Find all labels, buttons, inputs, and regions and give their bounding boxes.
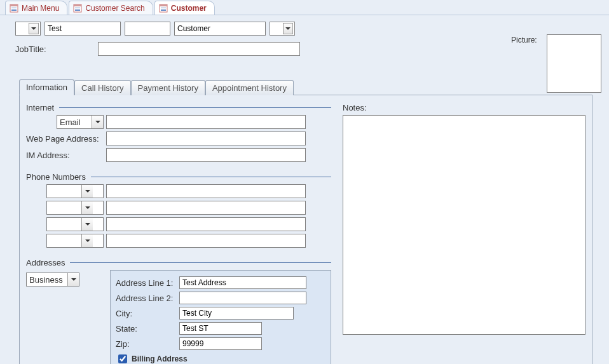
phone-type-dropdown[interactable]: [46, 184, 104, 198]
chevron-down-icon: [81, 201, 93, 214]
web-label: Web Page Address:: [26, 134, 104, 144]
addr-zip-input[interactable]: [179, 337, 262, 350]
chevron-down-icon: [92, 116, 103, 128]
doc-tab-label: Customer: [171, 4, 207, 13]
svg-rect-3: [11, 9, 17, 10]
svg-rect-2: [11, 8, 17, 8]
doc-tab-main-menu[interactable]: Main Menu: [5, 1, 67, 15]
web-input[interactable]: [106, 131, 306, 145]
phone-number-input[interactable]: [106, 201, 306, 215]
email-input[interactable]: [106, 115, 306, 129]
phone-type-dropdown[interactable]: [46, 234, 104, 248]
middle-name-input[interactable]: [125, 22, 170, 36]
svg-rect-14: [161, 10, 166, 11]
svg-rect-4: [11, 10, 17, 11]
email-type-dropdown[interactable]: Email: [57, 115, 104, 129]
chevron-down-icon: [283, 23, 293, 34]
addr-city-input[interactable]: [179, 307, 294, 320]
job-title-label: JobTitle:: [15, 44, 94, 54]
svg-rect-11: [160, 4, 167, 6]
addr-line2-input[interactable]: [179, 292, 306, 304]
addr-state-label: State:: [116, 324, 177, 334]
detail-panel: Internet Email Web Page Address: [19, 95, 592, 364]
email-type-value: Email: [57, 118, 92, 127]
notes-textarea[interactable]: [343, 115, 585, 335]
address-type-value: Business: [27, 275, 67, 285]
phone-number-input[interactable]: [106, 234, 306, 248]
doc-tab-label: Main Menu: [22, 4, 59, 13]
svg-rect-13: [161, 9, 166, 10]
doc-tab-label: Customer Search: [85, 4, 144, 13]
job-title-input[interactable]: [98, 42, 300, 56]
svg-rect-6: [74, 4, 81, 6]
addr-zip-label: Zip:: [116, 339, 177, 349]
svg-rect-1: [10, 4, 18, 6]
group-addresses: Addresses Business Address Line 1:: [26, 254, 331, 364]
phone-type-dropdown[interactable]: [46, 217, 104, 231]
phone-type-dropdown[interactable]: [46, 201, 104, 215]
form-icon: [10, 4, 18, 13]
group-phones-label: Phone Numbers: [26, 172, 86, 182]
addr-line2-label: Address Line 2:: [116, 293, 177, 303]
doc-tab-customer[interactable]: Customer: [154, 1, 215, 15]
billing-label: Billing Address: [132, 354, 188, 363]
document-tabs: Main Menu Customer Search Customer: [0, 0, 609, 15]
prefix-dropdown[interactable]: [15, 22, 41, 36]
group-internet-label: Internet: [26, 103, 54, 112]
phone-number-input[interactable]: [106, 217, 306, 231]
addr-state-input[interactable]: [179, 322, 262, 335]
chevron-down-icon: [67, 273, 79, 286]
tab-appointment-history[interactable]: Appointment History: [205, 80, 294, 95]
group-addresses-label: Addresses: [26, 258, 65, 267]
detail-tabs: Information Call History Payment History…: [19, 79, 592, 95]
tab-call-history[interactable]: Call History: [74, 80, 130, 95]
addr-city-label: City:: [116, 309, 177, 318]
billing-checkbox[interactable]: [118, 354, 127, 363]
first-name-input[interactable]: [44, 22, 121, 36]
phone-number-input[interactable]: [106, 184, 306, 198]
tab-payment-history[interactable]: Payment History: [131, 80, 205, 95]
svg-rect-7: [75, 8, 80, 8]
address-type-dropdown[interactable]: Business: [26, 273, 79, 286]
addr-line1-input[interactable]: [179, 276, 306, 289]
svg-rect-12: [161, 8, 166, 8]
chevron-down-icon: [81, 185, 93, 198]
im-label: IM Address:: [26, 151, 104, 160]
suffix-dropdown[interactable]: [270, 22, 295, 36]
group-phones: Phone Numbers: [26, 168, 331, 250]
last-name-input[interactable]: [174, 22, 266, 36]
notes-label: Notes:: [343, 103, 585, 112]
im-input[interactable]: [106, 148, 306, 162]
group-internet: Internet Email Web Page Address: [26, 99, 331, 165]
svg-rect-9: [75, 10, 80, 11]
doc-tab-customer-search[interactable]: Customer Search: [69, 1, 153, 15]
chevron-down-icon: [81, 218, 93, 231]
chevron-down-icon: [81, 234, 93, 247]
chevron-down-icon: [29, 23, 39, 34]
svg-rect-8: [75, 9, 80, 10]
form-icon: [73, 4, 82, 13]
addr-line1-label: Address Line 1:: [116, 278, 177, 288]
tab-information[interactable]: Information: [19, 79, 74, 95]
form-icon: [159, 4, 168, 13]
